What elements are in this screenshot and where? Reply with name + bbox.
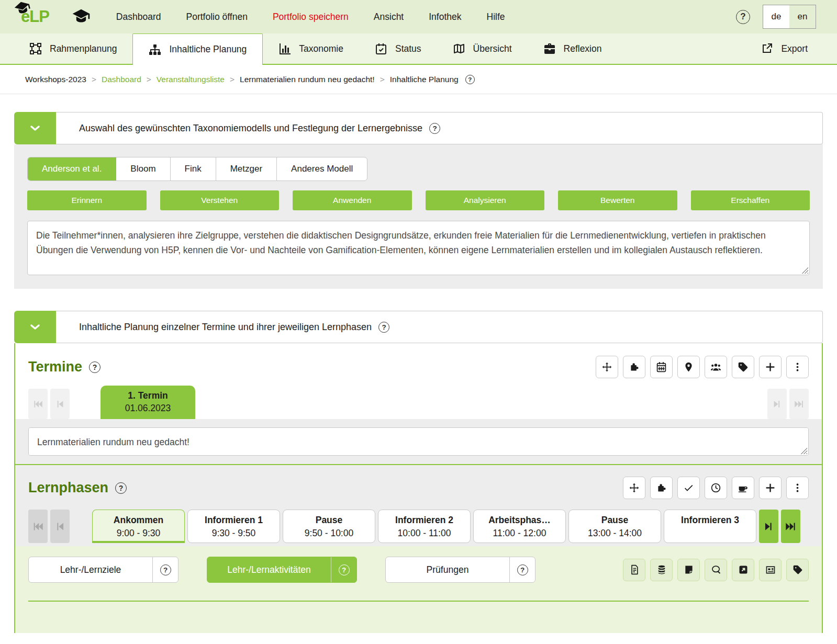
move-button[interactable]: [596, 356, 618, 378]
lang-en-button[interactable]: en: [789, 5, 816, 28]
plus-icon: [765, 482, 776, 493]
database-button[interactable]: [650, 559, 673, 581]
tab-reflexion[interactable]: Reflexion: [528, 33, 618, 64]
help-icon[interactable]: ?: [115, 482, 127, 494]
model-tab-anderes-modell[interactable]: Anderes Modell: [277, 157, 367, 180]
phase-next-button[interactable]: [759, 510, 778, 543]
collapse-taxonomy-section-button[interactable]: [14, 112, 56, 144]
phase-first-button[interactable]: [28, 510, 48, 543]
location-button[interactable]: [677, 356, 700, 378]
calendar-button[interactable]: [650, 356, 673, 378]
termin-next-button[interactable]: [767, 389, 787, 419]
phase-tab-arbeitsphase[interactable]: Arbeitsphas… 11:00 - 12:00: [473, 510, 566, 543]
termin-last-button[interactable]: [789, 389, 809, 419]
help-icon: ?: [160, 564, 171, 575]
graduation-cap-menu-button[interactable]: [72, 8, 90, 26]
participants-button[interactable]: [705, 356, 727, 378]
menu-dashboard[interactable]: Dashboard: [116, 12, 161, 22]
bar-chart-icon: [278, 42, 291, 55]
model-tab-metzger[interactable]: Metzger: [216, 157, 277, 180]
external-link-button[interactable]: [732, 559, 754, 581]
tab-status[interactable]: Status: [359, 33, 437, 64]
check-button[interactable]: [677, 477, 700, 499]
app-logo[interactable]: eLP: [21, 7, 49, 26]
help-icon[interactable]: ?: [378, 322, 389, 333]
tab-rahmenplanung[interactable]: Rahmenplanung: [14, 33, 132, 64]
break-button[interactable]: [732, 477, 754, 499]
level-verstehen-button[interactable]: Verstehen: [160, 190, 280, 210]
view-pruefungen-button[interactable]: Prüfungen ?: [385, 557, 535, 583]
tag-button[interactable]: [786, 559, 809, 581]
menu-hilfe[interactable]: Hilfe: [487, 12, 505, 22]
calendar-check-icon: [375, 42, 387, 55]
map-icon: [453, 42, 465, 55]
phase-label: Pause: [601, 515, 629, 526]
termin-tab-1[interactable]: 1. Termin 01.06.2023: [101, 386, 195, 419]
lang-de-button[interactable]: de: [763, 5, 789, 28]
comment-button[interactable]: [705, 559, 727, 581]
sticky-note-button[interactable]: [677, 559, 700, 581]
document-button[interactable]: [623, 559, 645, 581]
level-bewerten-button[interactable]: Bewerten: [558, 190, 677, 210]
taxonomy-section: Auswahl des gewünschten Taxonomiemodells…: [14, 112, 823, 289]
level-anwenden-button[interactable]: Anwenden: [293, 190, 412, 210]
newspaper-button[interactable]: [759, 559, 782, 581]
help-icon: ?: [339, 564, 350, 575]
tab-taxonomie[interactable]: Taxonomie: [263, 33, 359, 64]
tag-button[interactable]: [732, 356, 754, 378]
termin-description-panel: Lernmaterialien rundum neu gedacht!: [15, 419, 822, 464]
puzzle-button[interactable]: [650, 477, 673, 499]
view-help-segment[interactable]: ?: [509, 557, 535, 582]
tab-uebersicht[interactable]: Übersicht: [437, 33, 528, 64]
help-icon[interactable]: ?: [736, 10, 750, 24]
model-tab-anderson[interactable]: Anderson et al.: [28, 157, 116, 180]
move-button[interactable]: [623, 477, 645, 499]
phase-prev-button[interactable]: [50, 510, 70, 543]
phase-tab-ankommen[interactable]: Ankommen 9:00 - 9:30: [92, 510, 185, 543]
phase-tab-informieren-1[interactable]: Informieren 1 9:30 - 9:50: [187, 510, 280, 543]
add-phase-button[interactable]: [759, 477, 782, 499]
termin-first-button[interactable]: [28, 389, 48, 419]
view-help-segment[interactable]: ?: [331, 557, 356, 582]
menu-ansicht[interactable]: Ansicht: [374, 12, 404, 22]
termin-description-textarea[interactable]: Lernmaterialien rundum neu gedacht!: [28, 427, 809, 456]
help-icon[interactable]: ?: [465, 75, 475, 84]
time-button[interactable]: [705, 477, 727, 499]
phase-time: 9:00 - 9:30: [117, 528, 161, 539]
phase-tab-pause-1[interactable]: Pause 9:50 - 10:00: [283, 510, 375, 543]
export-button[interactable]: Export: [745, 33, 823, 64]
phase-tab-pause-2[interactable]: Pause 13:00 - 14:00: [568, 510, 661, 543]
termin-prev-button[interactable]: [50, 389, 70, 419]
menu-portfolio-open[interactable]: Portfolio öffnen: [186, 12, 247, 22]
puzzle-button[interactable]: [623, 356, 645, 378]
level-erschaffen-button[interactable]: Erschaffen: [691, 190, 810, 210]
menu-portfolio-save[interactable]: Portfolio speichern: [273, 12, 349, 22]
menu-infothek[interactable]: Infothek: [429, 12, 461, 22]
more-options-button[interactable]: [786, 356, 809, 378]
phase-tab-informieren-2[interactable]: Informieren 2 10:00 - 11:00: [378, 510, 471, 543]
crumb-dashboard[interactable]: Dashboard: [102, 75, 141, 84]
phase-last-button[interactable]: [781, 510, 800, 543]
level-analysieren-button[interactable]: Analysieren: [426, 190, 545, 210]
view-lernaktivitaeten-button[interactable]: Lehr-/Lernaktivitäten ?: [207, 557, 357, 583]
view-help-segment[interactable]: ?: [152, 557, 178, 582]
collapse-planning-section-button[interactable]: [14, 311, 56, 343]
learning-outcomes-textarea[interactable]: Die Teilnehmer*innen, analysieren ihre Z…: [27, 221, 810, 275]
crumb-veranstaltungsliste[interactable]: Veranstaltungsliste: [157, 75, 225, 84]
learning-outcomes-wrapper: Die Teilnehmer*innen, analysieren ihre Z…: [27, 221, 810, 275]
add-termin-button[interactable]: [759, 356, 782, 378]
more-options-button[interactable]: [786, 477, 809, 499]
kebab-menu-icon: [792, 482, 803, 493]
view-lernziele-button[interactable]: Lehr-/Lernziele ?: [28, 557, 178, 583]
help-icon[interactable]: ?: [429, 123, 440, 134]
help-icon[interactable]: ?: [89, 361, 101, 373]
taxonomy-section-title-bar: Auswahl des gewünschten Taxonomiemodells…: [56, 112, 823, 144]
phase-time: 13:00 - 14:00: [588, 528, 642, 539]
section-title: Inhaltliche Planung einzelner Termine un…: [79, 322, 372, 333]
tab-label: Taxonomie: [299, 43, 343, 54]
model-tab-bloom[interactable]: Bloom: [116, 157, 170, 180]
level-erinnern-button[interactable]: Erinnern: [27, 190, 147, 210]
tab-inhaltliche-planung[interactable]: Inhaltliche Planung: [132, 33, 263, 65]
model-tab-fink[interactable]: Fink: [171, 157, 216, 180]
phase-tab-informieren-3[interactable]: Informieren 3: [664, 510, 756, 543]
